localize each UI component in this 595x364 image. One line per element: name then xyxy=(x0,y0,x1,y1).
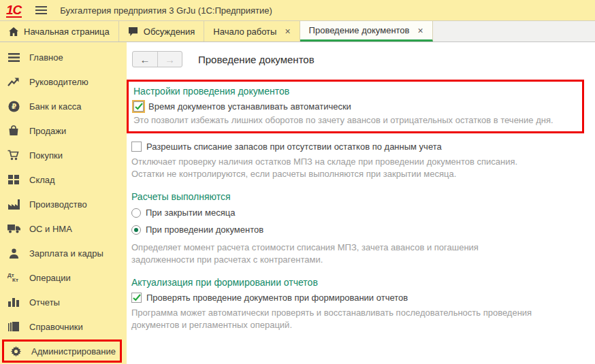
window-title: Бухгалтерия предприятия 3 GrJu (1С:Предп… xyxy=(60,5,272,16)
tab-label: Начало работы xyxy=(213,27,276,37)
allow-writeoff-hint-line1: Отключает проверку наличия остатков МПЗ … xyxy=(131,156,584,168)
sidebar-item-label: Покупки xyxy=(29,150,63,161)
tab-bar: Начальная страница Обсуждения Начало раб… xyxy=(0,21,595,42)
history-nav: ← → xyxy=(132,51,182,67)
section-heading-calculations: Расчеты выполняются xyxy=(131,191,584,202)
sidebar-item-manager[interactable]: Руководителю xyxy=(0,69,127,94)
allow-writeoff-hint-line2: Остатки не контролируются, если расчеты … xyxy=(131,168,584,180)
truck-icon xyxy=(6,224,21,233)
tab-label: Обсуждения xyxy=(144,27,195,37)
auto-time-label: Время документов устанавливать автоматич… xyxy=(148,101,351,112)
main-menu-button[interactable] xyxy=(35,6,47,14)
allow-writeoff-checkbox[interactable] xyxy=(131,142,142,152)
actualization-hint-line2: документов и регламентных операций. xyxy=(131,319,584,331)
sidebar-item-label: Склад xyxy=(29,175,55,185)
sidebar-item-main[interactable]: Главное xyxy=(0,45,127,69)
sidebar-item-label: Администрирование xyxy=(31,346,116,357)
sidebar-item-payroll-hr[interactable]: Зарплата и кадры xyxy=(0,241,127,265)
sidebar-item-fixed-assets[interactable]: ОС и НМА xyxy=(0,216,127,241)
sidebar-item-label: Операции xyxy=(29,273,71,283)
checkmark-icon xyxy=(133,294,141,301)
forward-button[interactable]: → xyxy=(157,52,182,67)
tab-home-page[interactable]: Начальная страница xyxy=(0,21,119,42)
verify-posting-label: Проверять проведение документов при форм… xyxy=(146,293,408,303)
ruble-icon: ₽ xyxy=(6,101,21,112)
warehouse-grid-icon xyxy=(6,175,21,184)
tab-getting-started[interactable]: Начало работы × xyxy=(204,21,300,42)
gear-icon xyxy=(8,346,23,357)
radio-month-close-label: При закрытии месяца xyxy=(146,208,235,218)
section-sidebar: Главное Руководителю ₽ Банк и касса Прод… xyxy=(0,42,127,364)
allow-writeoff-label: Разрешить списание запасов при отсутстви… xyxy=(146,142,442,152)
svg-text:₽: ₽ xyxy=(11,103,16,110)
calculations-hint-line1: Определяет момент расчета стоимости спис… xyxy=(131,242,584,254)
sidebar-item-label: Отчеты xyxy=(29,297,60,308)
sidebar-item-label: ОС и НМА xyxy=(29,224,72,234)
section-heading-posting-settings: Настройки проведения документов xyxy=(133,86,582,97)
allow-writeoff-checkbox-row[interactable]: Разрешить списание запасов при отсутстви… xyxy=(131,142,584,152)
sidebar-item-production[interactable]: Производство xyxy=(0,192,127,216)
auto-time-checkbox-row[interactable]: Время документов устанавливать автоматич… xyxy=(133,101,582,112)
sidebar-item-label: Руководителю xyxy=(29,77,89,87)
sidebar-item-label: Продажи xyxy=(29,126,66,136)
radio-month-close-row[interactable]: При закрытии месяца xyxy=(131,208,584,218)
sidebar-item-reports[interactable]: Отчеты xyxy=(0,290,127,314)
auto-time-hint: Это позволит избежать лишних оборотов по… xyxy=(133,114,582,127)
tab-label: Начальная страница xyxy=(24,27,110,37)
1c-logo-icon: 1С xyxy=(6,3,22,18)
radio-month-close[interactable] xyxy=(131,208,141,218)
page-title: Проведение документов xyxy=(198,54,315,65)
auto-time-checkbox[interactable] xyxy=(133,101,144,112)
tab-document-posting[interactable]: Проведение документов × xyxy=(300,21,433,42)
person-icon xyxy=(6,248,21,259)
verify-posting-checkbox[interactable] xyxy=(131,293,142,303)
actualization-hint-line1: Программа может автоматически проверять … xyxy=(131,307,584,319)
bar-chart-icon xyxy=(6,298,21,307)
sidebar-item-sales[interactable]: Продажи xyxy=(0,118,127,143)
annotation-highlight-posting-settings: Настройки проведения документов Время до… xyxy=(127,80,584,133)
tab-close-icon[interactable]: × xyxy=(418,25,423,36)
sidebar-item-directories[interactable]: Справочники xyxy=(0,314,127,339)
bag-icon xyxy=(6,125,21,136)
main-menu-icon xyxy=(6,53,21,62)
factory-icon xyxy=(6,199,21,210)
document-posting-page: ← → Проведение документов Настройки пров… xyxy=(127,42,595,364)
sidebar-item-bank-cash[interactable]: ₽ Банк и касса xyxy=(0,94,127,118)
dtkt-icon: ДтКт xyxy=(6,273,21,282)
tab-close-icon[interactable]: × xyxy=(285,26,290,37)
radio-doc-posting[interactable] xyxy=(131,225,141,235)
tab-label: Проведение документов xyxy=(309,25,410,35)
sidebar-item-label: Производство xyxy=(29,199,87,210)
chat-icon xyxy=(128,27,138,36)
checkmark-icon xyxy=(135,103,143,110)
verify-posting-checkbox-row[interactable]: Проверять проведение документов при форм… xyxy=(131,293,584,303)
sidebar-item-warehouse[interactable]: Склад xyxy=(0,167,127,192)
back-button[interactable]: ← xyxy=(133,52,157,67)
sidebar-item-label: Главное xyxy=(29,52,63,63)
trend-icon xyxy=(6,77,21,86)
calculations-hint-line2: задолженности при расчетах с контрагента… xyxy=(131,254,584,266)
sidebar-item-administration[interactable]: Администрирование xyxy=(2,340,122,363)
sidebar-item-operations[interactable]: ДтКт Операции xyxy=(0,265,127,290)
tab-discussions[interactable]: Обсуждения xyxy=(119,21,205,42)
window-titlebar: 1С Бухгалтерия предприятия 3 GrJu (1С:Пр… xyxy=(0,0,595,21)
home-icon xyxy=(9,27,18,36)
radio-doc-posting-label: При проведении документов xyxy=(146,225,263,235)
sidebar-item-label: Зарплата и кадры xyxy=(29,248,103,259)
section-heading-actualization: Актуализация при формировании отчетов xyxy=(131,277,584,288)
sidebar-item-label: Банк и касса xyxy=(29,101,82,112)
sidebar-item-label: Справочники xyxy=(29,322,83,332)
books-icon xyxy=(6,322,21,332)
radio-doc-posting-row[interactable]: При проведении документов xyxy=(131,225,584,235)
sidebar-item-purchases[interactable]: Покупки xyxy=(0,143,127,167)
cart-icon xyxy=(6,150,21,161)
